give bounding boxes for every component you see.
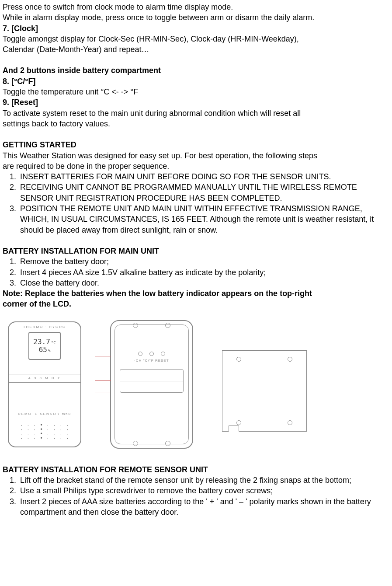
battery-main-note: corner of the LCD. <box>3 299 392 309</box>
lcd-hum-value: 65 <box>39 346 47 354</box>
body-text: Toggle amongst display for Clock-Sec (HR… <box>3 34 392 44</box>
figure-brand-label: REMOTE SENSOR m50 <box>9 412 80 417</box>
screw-hole-icon <box>236 357 241 362</box>
battery-main-note: Note: Replace the batteries when the low… <box>3 288 392 299</box>
figure-band-label: 4 3 3 M H z <box>9 374 80 383</box>
section-heading-7: 7. [Clock] <box>3 23 392 34</box>
plate-notch-icon <box>229 426 239 432</box>
battery-remote-heading: BATTERY INSTALLATION FOR REMOTE SENSOR U… <box>3 464 392 475</box>
battery-main-heading: BATTERY INSTALLATION FOR MAIN UNIT <box>3 246 392 256</box>
list-item: Lift off the bracket stand of the remote… <box>18 475 392 485</box>
control-labels: ·CH °C/°F RESET <box>111 352 192 363</box>
callout-line-icon <box>95 356 111 356</box>
battery-remote-list: Lift off the bracket stand of the remote… <box>3 475 392 517</box>
body-text: are required to be done in the proper se… <box>3 161 392 171</box>
battery-cover-plate-illustration <box>222 350 307 432</box>
spacer <box>3 129 392 140</box>
compartment-heading: And 2 buttons inside battery compartment <box>3 65 392 76</box>
body-text: To activate system reset to the main uni… <box>3 108 392 119</box>
callout-line-icon <box>95 380 111 381</box>
spacer <box>3 55 392 65</box>
body-text: Calendar (Date-Month-Year) and repeat… <box>3 44 392 55</box>
lcd-display-icon: 23.7 °C 65 % <box>28 332 61 360</box>
control-text: ·CH °C/°F RESET <box>111 359 192 363</box>
section-heading-9: 9. [Reset] <box>3 97 392 108</box>
list-item: Insert 4 pieces AA size 1.5V alkaline ba… <box>18 267 392 278</box>
screw-hole-icon <box>133 441 138 446</box>
figure-label: THERMO · HYGRO <box>9 325 80 330</box>
list-item: Close the battery door. <box>18 278 392 288</box>
list-item: INSERT BATTERIES FOR MAIN UNIT BEFORE DO… <box>18 171 392 182</box>
remote-sensor-front-illustration: THERMO · HYGRO 23.7 °C 65 % 4 3 3 M H z … <box>8 321 81 447</box>
remote-sensor-back-illustration: ·CH °C/°F RESET <box>110 320 193 449</box>
body-text: While in alarm display mode, press once … <box>3 12 392 23</box>
screw-hole-icon <box>133 323 138 328</box>
battery-panel-icon <box>120 369 184 393</box>
list-item: Remove the battery door; <box>18 256 392 267</box>
body-text: Press once to switch from clock mode to … <box>3 2 392 12</box>
body-text: This Weather Station was designed for ea… <box>3 150 392 161</box>
list-item: RECEIVING UNIT CANNOT BE PROGRAMMED MANU… <box>18 182 392 203</box>
getting-started-list: INSERT BATTERIES FOR MAIN UNIT BEFORE DO… <box>3 171 392 235</box>
getting-started-heading: GETTING STARTED <box>3 140 392 150</box>
callout-line-icon <box>95 393 111 393</box>
speaker-holes-icon: ···•···· ···•···· ···•···· ···•···· <box>18 423 71 440</box>
body-text: settings back to factory values. <box>3 119 392 129</box>
battery-main-list: Remove the battery door; Insert 4 pieces… <box>3 256 392 288</box>
section-heading-8: 8. [°C/°F] <box>3 76 392 87</box>
lcd-temp-unit: °C <box>51 341 56 345</box>
lcd-temp-value: 23.7 <box>33 338 50 346</box>
screw-hole-icon <box>236 420 241 425</box>
body-text: Toggle the temperature unit °C <- -> °F <box>3 87 392 97</box>
figure-row: THERMO · HYGRO 23.7 °C 65 % 4 3 3 M H z … <box>8 320 392 449</box>
screw-hole-icon <box>288 420 292 425</box>
lcd-hum-unit: % <box>48 349 50 353</box>
spacer <box>3 235 392 246</box>
screw-hole-icon <box>165 323 170 328</box>
list-item: Insert 2 pieces of AAA size batteries ac… <box>18 496 392 518</box>
list-item: Use a small Philips type screwdriver to … <box>18 485 392 496</box>
screw-hole-icon <box>288 357 292 362</box>
list-item: POSITION THE REMOTE UNIT AND MAIN UNIT W… <box>18 203 392 235</box>
screw-hole-icon <box>165 441 170 446</box>
document-page: Press once to switch from clock mode to … <box>0 0 392 523</box>
